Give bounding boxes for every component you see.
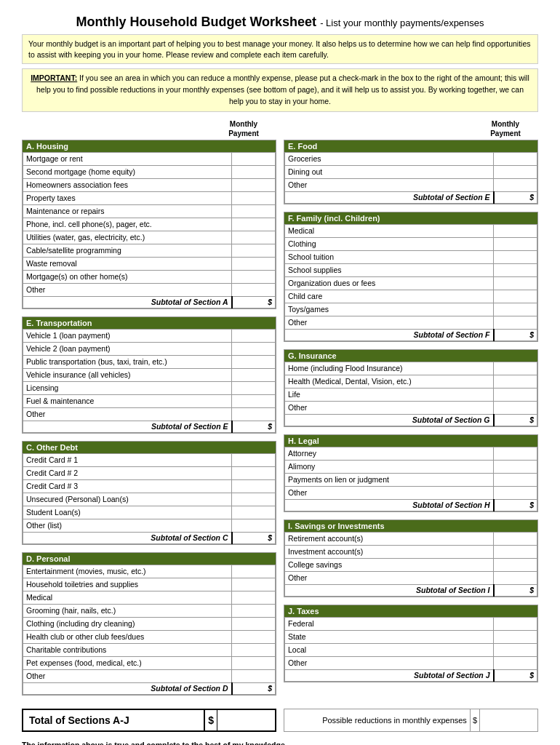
section-f-header: F. Family (incl. Children) [284, 212, 537, 224]
right-col-headers: MonthlyPayment [284, 119, 538, 140]
table-row: Clothing (including dry cleaning) [23, 617, 276, 630]
total-label: Total of Sections A-J [23, 714, 204, 726]
section-i-header: I. Savings or Investments [284, 520, 537, 532]
table-row: Household toiletries and supplies [23, 578, 276, 591]
table-row: Local [285, 643, 537, 656]
table-row: Home (including Flood Insurance) [285, 362, 537, 375]
table-row: Vehicle 2 (loan payment) [23, 342, 276, 355]
table-row: Public transportation (bus, taxi, train,… [23, 355, 276, 368]
table-row: Other (list) [23, 519, 276, 532]
table-row: Fuel & maintenance [23, 394, 276, 407]
section-food-header: E. Food [284, 140, 537, 152]
subtotal-row-e-transport: Subtotal of Section E $ [23, 421, 276, 432]
subtotal-row-j: Subtotal of Section J $ [285, 669, 537, 681]
table-row: Life [285, 388, 537, 401]
table-row: Payments on lien or judgment [285, 473, 537, 486]
table-row: Second mortgage (home equity) [23, 165, 276, 178]
section-food-table: Groceries Dining out Other Subtotal of S… [284, 152, 537, 204]
subtotal-row-a: Subtotal of Section A $ [23, 296, 276, 308]
table-row: Student Loan(s) [23, 506, 276, 519]
section-h: H. Legal Attorney Alimony Payments on li… [284, 434, 538, 512]
section-f-table: Medical Clothing School tuition School s… [284, 224, 537, 341]
section-food: E. Food Groceries Dining out Other Subto… [284, 140, 538, 204]
subtotal-row-food: Subtotal of Section E $ [285, 191, 537, 203]
subtotal-row-d: Subtotal of Section D $ [23, 682, 276, 694]
section-g: G. Insurance Home (including Flood Insur… [284, 349, 538, 427]
table-row: Health (Medical, Dental, Vision, etc.) [285, 375, 537, 388]
section-e-transport: E. Transportation Vehicle 1 (loan paymen… [22, 316, 276, 434]
total-input[interactable] [217, 710, 275, 730]
left-col-headers: MonthlyPayment [22, 119, 276, 140]
table-row: Licensing [23, 381, 276, 394]
table-row: Waste removal [23, 257, 276, 270]
possible-section: Possible reductions in monthly expenses … [284, 709, 538, 732]
possible-label: Possible reductions in monthly expenses [284, 716, 470, 725]
table-row: Mortgage(s) on other home(s) [23, 270, 276, 283]
table-row: Child care [285, 290, 537, 303]
subtotal-row-i: Subtotal of Section I $ [285, 584, 537, 596]
total-box: Total of Sections A-J $ [22, 709, 276, 732]
possible-dollar-sign: $ [470, 709, 479, 731]
signature-text: The information above is true and comple… [22, 741, 287, 745]
table-row: Entertainment (movies, music, etc.) [23, 565, 276, 578]
table-row: Charitable contributions [23, 643, 276, 656]
table-row: Organization dues or fees [285, 276, 537, 290]
table-row: Dining out [285, 165, 537, 178]
table-row: Utilities (water, gas, electricity, etc.… [23, 231, 276, 244]
table-row: Property taxes [23, 191, 276, 204]
total-dollar-sign: $ [204, 710, 217, 730]
section-j-table: Federal State Local Other Subtotal of Se… [284, 617, 537, 682]
important-box: IMPORTANT: If you see an area in which y… [22, 68, 538, 111]
table-row: Grooming (hair, nails, etc.) [23, 604, 276, 617]
table-row: Other [23, 669, 276, 682]
subtotal-row-f: Subtotal of Section F $ [285, 329, 537, 340]
table-row: Medical [285, 224, 537, 237]
table-row: Maintenance or repairs [23, 204, 276, 218]
table-row: Other [285, 656, 537, 669]
table-row: Credit Card # 2 [23, 466, 276, 479]
table-row: School tuition [285, 250, 537, 263]
section-i-table: Retirement account(s) Investment account… [284, 532, 537, 597]
section-j: J. Taxes Federal State Local Other Subto… [284, 605, 538, 682]
table-row: Retirement account(s) [285, 532, 537, 545]
table-row: Other [23, 407, 276, 421]
right-column: MonthlyPayment E. Food Groceries Dining … [284, 119, 538, 703]
page-title: Monthly Household Budget Worksheet - Lis… [22, 15, 538, 30]
section-g-table: Home (including Flood Insurance) Health … [284, 362, 537, 426]
table-row: Other [285, 571, 537, 584]
table-row: Other [285, 401, 537, 414]
subtotal-row-c: Subtotal of Section C $ [23, 532, 276, 543]
section-f: F. Family (incl. Children) Medical Cloth… [284, 212, 538, 342]
table-row: Clothing [285, 237, 537, 250]
table-row: Alimony [285, 460, 537, 473]
section-h-header: H. Legal [284, 435, 537, 447]
table-row: Attorney [285, 447, 537, 460]
table-row: Homeowners association fees [23, 178, 276, 191]
section-j-header: J. Taxes [284, 605, 537, 617]
section-h-table: Attorney Alimony Payments on lien or jud… [284, 447, 537, 511]
table-row: School supplies [285, 263, 537, 276]
section-i: I. Savings or Investments Retirement acc… [284, 519, 538, 597]
table-row: Other [285, 486, 537, 499]
table-row: Phone, incl. cell phone(s), pager, etc. [23, 218, 276, 231]
table-row: Mortgage or rent [23, 152, 276, 165]
table-row: Pet expenses (food, medical, etc.) [23, 656, 276, 669]
section-a: A. Housing Mortgage or rent Second mortg… [22, 140, 276, 309]
possible-row: Possible reductions in monthly expenses … [284, 709, 538, 732]
table-row: College savings [285, 558, 537, 571]
possible-input[interactable] [479, 709, 537, 731]
section-a-table: Mortgage or rent Second mortgage (home e… [23, 152, 276, 308]
table-row: Other [285, 316, 537, 329]
section-e-transport-table: Vehicle 1 (loan payment) Vehicle 2 (loan… [23, 329, 276, 433]
table-row: Cable/satellite programming [23, 244, 276, 257]
total-section: Total of Sections A-J $ [22, 709, 276, 732]
subtotal-row-h: Subtotal of Section H $ [285, 499, 537, 511]
signature-section: The information above is true and comple… [22, 741, 538, 745]
table-row: Groceries [285, 152, 537, 165]
table-row: Investment account(s) [285, 545, 537, 558]
table-row: Federal [285, 617, 537, 630]
table-row: Health club or other club fees/dues [23, 630, 276, 643]
table-row: Credit Card # 1 [23, 453, 276, 466]
table-row: State [285, 630, 537, 643]
subtotal-row-g: Subtotal of Section G $ [285, 414, 537, 426]
